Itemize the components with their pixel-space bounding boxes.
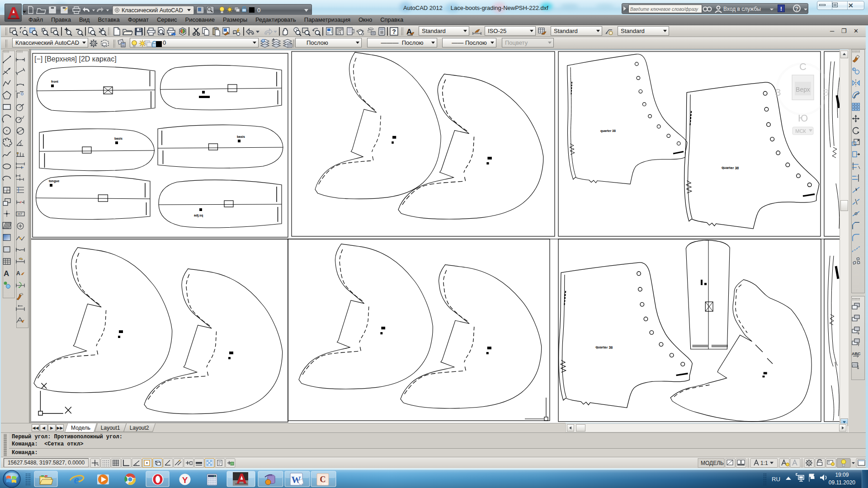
svg-text:basis: basis [237, 135, 245, 138]
svg-text:A: A [406, 28, 412, 36]
svg-text:С: С [799, 61, 807, 72]
svg-text:[−] [Верхняя] [2D каркас]: [−] [Верхняя] [2D каркас] [34, 55, 117, 63]
svg-text:RU: RU [772, 476, 780, 483]
svg-text:МСК: МСК [795, 128, 806, 134]
svg-text:Верх: Верх [796, 86, 810, 93]
svg-text:В: В [822, 87, 829, 98]
svg-text:Классический AutoCAD: Классический AutoCAD [122, 7, 183, 14]
svg-text:Y: Y [182, 475, 188, 485]
svg-text:0: 0 [257, 7, 260, 14]
svg-text:ABC: ABC [852, 352, 861, 356]
svg-text:1:1: 1:1 [760, 460, 768, 466]
svg-text:МОДЕЛЬ: МОДЕЛЬ [701, 460, 724, 466]
svg-text:tongue: tongue [49, 179, 59, 183]
svg-text:A: A [4, 269, 9, 278]
svg-text:adj.sq: adj.sq [194, 214, 203, 217]
svg-text:0: 0 [214, 475, 215, 478]
svg-text:LMC: LMC [322, 483, 329, 485]
svg-text:H7: H7 [18, 212, 23, 216]
svg-text:?: ? [392, 28, 396, 35]
svg-text:Ю: Ю [798, 113, 808, 124]
svg-text:front: front [51, 80, 59, 83]
svg-text:A: A [16, 270, 20, 277]
svg-text:З: З [775, 87, 781, 98]
svg-text:basis: basis [114, 137, 123, 140]
